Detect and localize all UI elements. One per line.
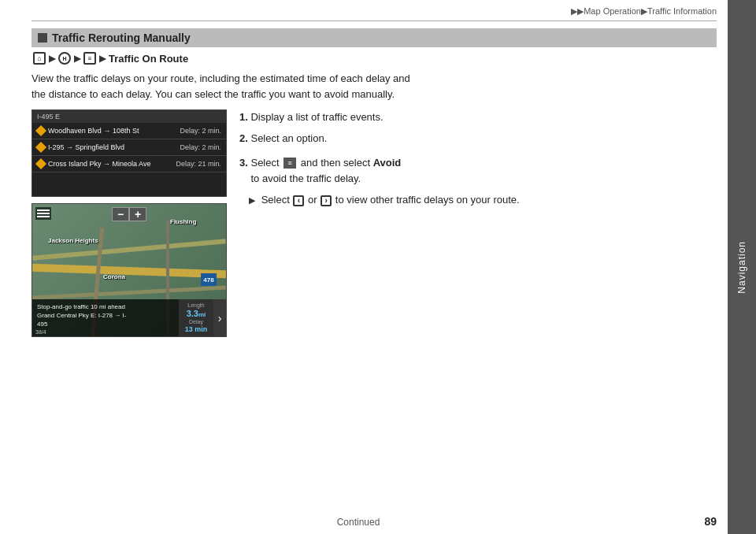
map-zoom-in[interactable]: + bbox=[129, 207, 146, 221]
step-3-section: 3. Select ≡ and then select Avoid to avo… bbox=[239, 155, 717, 209]
length-num: 3.3 bbox=[187, 309, 198, 318]
step1-text: Display a list of traffic events. bbox=[250, 111, 383, 123]
breadcrumb-text: ▶▶Map Operation▶Traffic Information bbox=[571, 6, 717, 16]
step-2: 2. Select an option. bbox=[239, 131, 717, 147]
map-label-jackson: Jackson Heights bbox=[48, 237, 98, 244]
length-unit: mi bbox=[198, 311, 206, 318]
traffic-item-0: Woodhaven Blvd → 108th St Delay: 2 min. bbox=[32, 123, 226, 139]
traffic-diamond-icon-1 bbox=[35, 142, 46, 153]
map-info-text: Stop-and-go traffic 10 mi aheadGrand Cen… bbox=[32, 299, 179, 336]
step3-post: to avoid the traffic delay. bbox=[250, 172, 361, 184]
description-text: View the traffic delays on your route, i… bbox=[32, 71, 717, 102]
traffic-item-1: I-295 → Springfield Blvd Delay: 2 min. bbox=[32, 139, 226, 156]
step-3-bullet: ▶ Select ‹ or › to view other traffic de… bbox=[239, 192, 717, 209]
step-1: 1. Display a list of traffic events. bbox=[239, 109, 717, 126]
continued-text: Continued bbox=[337, 517, 380, 528]
page-number: 89 bbox=[704, 515, 717, 528]
step-3: 3. Select ≡ and then select Avoid to avo… bbox=[239, 155, 717, 188]
traffic-item-1-left: I-295 → Springfield Blvd bbox=[37, 143, 124, 151]
step1-num: 1. bbox=[239, 111, 248, 123]
nav-map-icon: ≡ bbox=[83, 52, 96, 65]
traffic-list-header: I-495 E bbox=[32, 110, 226, 123]
map-screenshot: Jackson Heights Corona Flushing 478 − + bbox=[32, 203, 227, 337]
traffic-diamond-icon-2 bbox=[35, 158, 46, 169]
map-label-flushing: Flushing bbox=[170, 218, 196, 225]
header-divider bbox=[32, 20, 717, 21]
bullet-arrow-icon: ▶ bbox=[249, 195, 255, 205]
title-square-icon bbox=[38, 33, 47, 43]
traffic-list-screenshot: I-495 E Woodhaven Blvd → 108th St Delay:… bbox=[32, 109, 227, 197]
map-label-corona: Corona bbox=[103, 273, 125, 280]
length-value: 3.3mi bbox=[183, 309, 209, 318]
chevron-right-icon: › bbox=[321, 195, 332, 206]
bullet-post: to view other traffic delays on your rou… bbox=[335, 194, 520, 206]
step2-text: Select an option. bbox=[250, 132, 327, 144]
step3-mid: and then select bbox=[301, 157, 370, 169]
traffic-delay-2: Delay: 21 min. bbox=[176, 160, 221, 168]
length-label: Length bbox=[183, 302, 209, 308]
chevron-left-icon: ‹ bbox=[293, 195, 304, 206]
step3-pre: Select bbox=[250, 157, 279, 169]
main-content: Traffic Rerouting Manually ⌂ ▶ H ▶ ≡ ▶ T… bbox=[32, 28, 717, 510]
delay-value: 13 min bbox=[183, 325, 209, 333]
traffic-route-1: I-295 → Springfield Blvd bbox=[48, 143, 124, 151]
sidebar-tab: Navigation bbox=[728, 0, 756, 534]
left-column: I-495 E Woodhaven Blvd → 108th St Delay:… bbox=[32, 109, 227, 337]
traffic-delay-1: Delay: 2 min. bbox=[180, 143, 221, 151]
nav-arrow-3: ▶ bbox=[99, 54, 106, 64]
traffic-route-2: Cross Island Pky → Mineola Ave bbox=[48, 160, 150, 168]
step3-menu-icon: ≡ bbox=[284, 158, 296, 169]
nav-label: Traffic On Route bbox=[109, 53, 188, 65]
traffic-delay-0: Delay: 2 min. bbox=[180, 127, 221, 135]
breadcrumb: ▶▶Map Operation▶Traffic Information bbox=[571, 6, 717, 17]
bullet-mid: or bbox=[308, 194, 317, 206]
traffic-item-2-left: Cross Island Pky → Mineola Ave bbox=[37, 160, 150, 168]
map-coord: 38/4 bbox=[35, 329, 46, 335]
nav-circle-icon: H bbox=[58, 52, 71, 65]
map-info-stats: Length 3.3mi Delay 13 min bbox=[179, 299, 213, 336]
section-title-text: Traffic Rerouting Manually bbox=[52, 32, 191, 44]
map-zoom-out[interactable]: − bbox=[112, 207, 129, 221]
map-info-bar: Stop-and-go traffic 10 mi aheadGrand Cen… bbox=[32, 299, 226, 336]
content-area: I-495 E Woodhaven Blvd → 108th St Delay:… bbox=[32, 109, 717, 337]
steps-container: 1. Display a list of traffic events. 2. … bbox=[239, 109, 717, 209]
nav-line: ⌂ ▶ H ▶ ≡ ▶ Traffic On Route bbox=[32, 52, 717, 65]
map-next-arrow[interactable]: › bbox=[213, 299, 226, 336]
step3-num: 3. bbox=[239, 157, 248, 169]
section-title-bar: Traffic Rerouting Manually bbox=[32, 28, 717, 47]
nav-arrow-1: ▶ bbox=[49, 54, 55, 64]
nav-home-icon: ⌂ bbox=[33, 52, 46, 65]
nav-arrow-2: ▶ bbox=[74, 54, 80, 64]
step2-num: 2. bbox=[239, 132, 248, 144]
sidebar-label: Navigation bbox=[736, 241, 747, 294]
traffic-diamond-icon-0 bbox=[35, 125, 46, 136]
map-zoom-controls: − + bbox=[112, 207, 146, 221]
footer-continued: Continued bbox=[0, 517, 717, 528]
delay-label: Delay bbox=[183, 319, 209, 324]
desc-line1: View the traffic delays on your route, i… bbox=[32, 72, 410, 84]
traffic-item-0-left: Woodhaven Blvd → 108th St bbox=[37, 127, 139, 135]
desc-line2: the distance to each delay. You can sele… bbox=[32, 88, 395, 100]
step3-bold: Avoid bbox=[373, 157, 402, 169]
traffic-item-2: Cross Island Pky → Mineola Ave Delay: 21… bbox=[32, 156, 226, 172]
right-column: 1. Display a list of traffic events. 2. … bbox=[239, 109, 717, 337]
traffic-route-0: Woodhaven Blvd → 108th St bbox=[48, 127, 139, 135]
map-route-badge: 478 bbox=[201, 273, 217, 286]
map-menu-button[interactable] bbox=[35, 207, 51, 220]
bullet-pre: Select bbox=[261, 194, 290, 206]
